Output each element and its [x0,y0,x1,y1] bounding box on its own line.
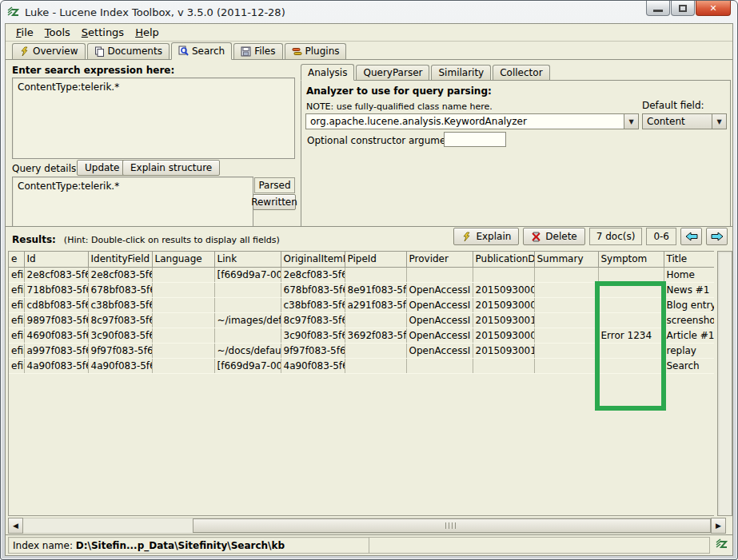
scroll-left-button[interactable]: ◀ [8,518,23,534]
column-header[interactable]: e [9,252,24,267]
horizontal-scrollbar[interactable]: ◀ ▶ [8,518,726,534]
table-cell[interactable]: [f669d9a7-00 [214,267,281,282]
table-cell[interactable] [534,343,598,358]
table-cell[interactable]: efir [9,358,24,373]
table-cell[interactable]: c38bf083-5f6 [281,297,345,312]
column-header[interactable]: Summary [534,252,598,267]
table-cell[interactable]: replay [664,343,714,358]
table-cell[interactable]: 4a90f083-5f6 [281,358,345,373]
table-cell[interactable]: OpenAccessI [406,343,473,358]
table-cell[interactable] [534,282,598,297]
table-cell[interactable] [345,267,406,282]
table-cell[interactable] [152,282,214,297]
chevron-down-icon[interactable]: ▼ [712,114,726,129]
table-cell[interactable] [152,343,214,358]
table-cell[interactable]: 718bf083-5f6 [24,282,88,297]
table-cell[interactable]: 678bf083-5f6 [88,282,152,297]
table-cell[interactable]: OpenAccessI [406,328,473,343]
tab-search[interactable]: Search [171,42,232,60]
parsed-toggle[interactable]: Parsed [254,177,295,193]
table-cell[interactable] [406,267,473,282]
tab-analysis[interactable]: Analysis [301,64,354,81]
table-cell[interactable]: 8c97f083-5f6 [281,312,345,328]
search-expression-input[interactable]: ContentType:telerik.* [12,77,295,159]
table-cell[interactable]: 2015093001 [473,343,534,358]
table-cell[interactable] [214,282,281,297]
table-cell[interactable] [152,328,214,343]
tab-documents[interactable]: Documents [87,43,170,59]
delete-button[interactable]: Delete [523,228,584,245]
table-cell[interactable]: 2e8cf083-5f6 [24,267,88,282]
default-field-combobox[interactable]: Content ▼ [642,113,727,129]
minimize-button[interactable] [646,1,670,16]
table-cell[interactable]: News #1 [664,282,714,297]
table-cell[interactable] [345,358,406,373]
tab-queryparser[interactable]: QueryParser [356,65,429,80]
table-cell[interactable] [345,312,406,328]
menu-file[interactable]: File [10,25,39,40]
column-header[interactable]: Symptom [598,252,664,267]
table-cell[interactable]: 3c90f083-5f6 [281,328,345,343]
rewritten-toggle[interactable]: Rewritten [253,194,296,210]
table-cell[interactable] [214,328,281,343]
table-cell[interactable]: 4a90f083-5f6 [24,358,88,373]
table-cell[interactable] [534,328,598,343]
horizontal-scroll-track[interactable] [23,518,711,534]
table-cell[interactable]: ~/docs/defau [214,343,281,358]
tab-plugins[interactable]: Plugins [285,43,347,59]
table-cell[interactable]: efir [9,312,24,328]
menu-tools[interactable]: Tools [39,25,76,40]
table-cell[interactable] [598,267,664,282]
analyzer-combobox[interactable]: org.apache.lucene.analysis.KeywordAnalyz… [305,113,639,129]
table-cell[interactable]: 4690f083-5f6 [24,328,88,343]
close-button[interactable]: ✕ [696,1,731,16]
table-cell[interactable] [534,297,598,312]
table-cell[interactable] [473,358,534,373]
explain-button[interactable]: Explain [453,228,519,245]
table-cell[interactable]: Blog entry [664,297,714,312]
scroll-right-button[interactable]: ▶ [711,518,726,534]
table-cell[interactable]: [f669d9a7-00 [214,358,281,373]
table-cell[interactable]: 2015093000 [473,297,534,312]
column-header[interactable]: Id [24,252,88,267]
table-cell[interactable]: cd8bf083-5f6 [24,297,88,312]
table-cell[interactable]: Home [664,267,714,282]
table-cell[interactable]: 9f97f083-5f6' [281,343,345,358]
prev-page-button[interactable] [680,228,702,245]
table-cell[interactable]: efir [9,343,24,358]
table-cell[interactable] [406,358,473,373]
table-cell[interactable]: 2015093000 [473,282,534,297]
table-cell[interactable] [152,297,214,312]
table-cell[interactable]: 2e8cf083-5f6 [88,267,152,282]
table-cell[interactable]: 9f97f083-5f6' [88,343,152,358]
table-cell[interactable]: a291f083-5f6 [345,297,406,312]
table-row[interactable]: efir2e8cf083-5f62e8cf083-5f6[f669d9a7-00… [9,267,714,282]
table-cell[interactable]: ~/images/def [214,312,281,328]
table-cell[interactable] [345,343,406,358]
table-cell[interactable]: 8c97f083-5f6 [88,312,152,328]
table-cell[interactable] [534,267,598,282]
column-header[interactable]: Language [152,252,214,267]
table-cell[interactable]: 2e8cf083-5f6 [281,267,345,282]
table-cell[interactable]: 8e91f083-5f6 [345,282,406,297]
explain-structure-button[interactable]: Explain structure [122,160,220,176]
table-cell[interactable] [152,267,214,282]
table-cell[interactable] [152,312,214,328]
table-cell[interactable] [534,312,598,328]
table-cell[interactable]: OpenAccessI [406,282,473,297]
column-header[interactable]: Provider [406,252,473,267]
table-cell[interactable]: 3692f083-5f6 [345,328,406,343]
table-cell[interactable]: OpenAccessI [406,312,473,328]
maximize-button[interactable] [671,1,695,16]
table-cell[interactable] [152,358,214,373]
table-cell[interactable] [534,358,598,373]
tab-overview[interactable]: Overview [12,43,86,59]
table-cell[interactable]: screenshot [664,312,714,328]
table-cell[interactable]: efir [9,328,24,343]
column-header[interactable]: IdentityField [88,252,152,267]
constructor-arg-input[interactable] [444,132,506,147]
next-page-button[interactable] [706,228,728,245]
column-header[interactable]: Link [214,252,281,267]
table-cell[interactable] [214,297,281,312]
table-cell[interactable]: c38bf083-5f6 [88,297,152,312]
